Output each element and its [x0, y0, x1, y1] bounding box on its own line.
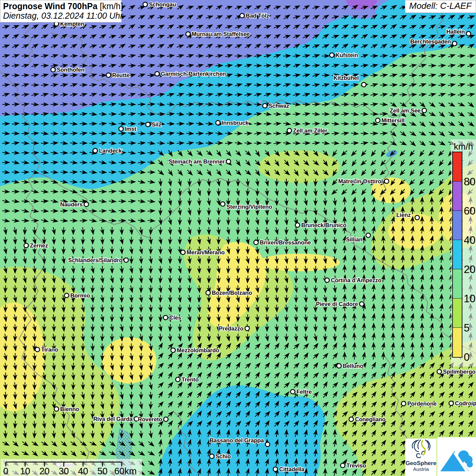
- city-marker-icon: [402, 402, 406, 406]
- color-legend: km/h 806040201050: [451, 139, 476, 367]
- legend-segment-20: [453, 240, 462, 269]
- city-label: Bienno: [60, 406, 79, 412]
- city-marker-icon: [119, 127, 123, 131]
- legend-tick-label: 20: [464, 264, 475, 275]
- city-schlanders-silandro: Schlanders/Silandro: [68, 257, 128, 263]
- city-cles: Cles: [164, 314, 181, 321]
- city-label: Schlanders/Silandro: [68, 257, 122, 263]
- city-marker-icon: [106, 73, 111, 78]
- city-marker-icon: [295, 223, 300, 227]
- city-label: Zell am See: [390, 107, 421, 114]
- legend-unit-label: km/h: [451, 141, 476, 152]
- city-marker-icon: [245, 326, 250, 331]
- city-label: Matrei in Osttirol: [338, 178, 383, 184]
- city-label: Bormio: [70, 292, 90, 299]
- city-marker-icon: [360, 302, 364, 306]
- city-marker-icon: [54, 407, 59, 411]
- city-label: Nauders: [60, 201, 83, 207]
- geosphere-country-name: Austria: [405, 466, 437, 472]
- city-steinach-am-brenner: Steinach am Brenner: [169, 158, 231, 165]
- city-schio: Schio: [210, 453, 231, 459]
- city-marker-icon: [35, 347, 40, 352]
- city-label: Sonthofen: [57, 67, 85, 73]
- city-label: Cortina d'Ampezzo: [331, 277, 381, 283]
- city-tirano: Tirano: [35, 346, 58, 353]
- city-marker-icon: [254, 240, 258, 245]
- city-label: Sillian: [346, 236, 362, 242]
- legend-tick-label: 80: [464, 176, 475, 187]
- city-marker-icon: [164, 417, 168, 422]
- city-matrei-in-osttirol: Matrei in Osttirol: [338, 178, 389, 184]
- legend-segment-5: [453, 299, 462, 328]
- city-reutte: Reutte: [106, 72, 130, 78]
- valid-datetime: Dienstag, 03.12.2024 11:00 Uhr: [3, 11, 118, 20]
- city-label: Schwaz: [269, 103, 289, 109]
- geosphere-logo-icon: [409, 439, 433, 460]
- city-marker-icon: [362, 83, 366, 87]
- city-meran-merano: Meran/Merano: [181, 249, 225, 255]
- city-label: Pordenone: [407, 401, 437, 407]
- title-parameter: Prognose Wind 700hPa: [3, 1, 98, 11]
- map-title: Prognose Wind 700hPa [km/h]: [3, 1, 118, 11]
- legend-tick-label: 10: [464, 293, 475, 304]
- geosphere-logo-tile: GeoSphere Austria: [405, 439, 437, 476]
- city-marker-icon: [176, 377, 180, 382]
- scale-label: 30: [58, 466, 69, 476]
- city-label: Bozen/Bolzano: [212, 290, 252, 296]
- city-label: Lienz: [396, 212, 411, 218]
- map-title-box: Prognose Wind 700hPa [km/h] Dienstag, 03…: [0, 0, 122, 22]
- city-marker-icon: [366, 233, 371, 238]
- city-marker-icon: [325, 278, 329, 283]
- city-label: Bassano del Grappa: [209, 437, 264, 443]
- legend-segment-10: [453, 269, 462, 299]
- city-marker-icon: [146, 122, 150, 127]
- city-marker-icon: [437, 370, 442, 374]
- city-murnau-am-staffelsee: Murnau am Staffelsee: [186, 31, 250, 37]
- city-marker-icon: [84, 202, 89, 207]
- city-label: Reutte: [112, 72, 130, 78]
- city-marker-icon: [181, 250, 185, 255]
- city-marker-icon: [206, 291, 210, 295]
- city-trento: Trento: [176, 376, 199, 382]
- city-label: Schio: [216, 453, 231, 459]
- city-brixen-bressanone: Brixen/Bressanone: [254, 239, 311, 245]
- city-marker-icon: [376, 118, 380, 123]
- city-marker-icon: [216, 121, 220, 125]
- legend-segment-80: [453, 152, 462, 182]
- city-label: Treviso: [346, 462, 366, 469]
- city-cortina-d-ampezzo: Cortina d'Ampezzo: [325, 277, 381, 283]
- city-label: Steinach am Brenner: [169, 158, 225, 165]
- region-wind-0-5: [258, 254, 340, 271]
- city-label: Tirano: [41, 346, 58, 353]
- city-marker-icon: [466, 32, 471, 36]
- city-marker-icon: [341, 463, 345, 468]
- distance-scale-bar: 0102030405060km: [1, 459, 142, 476]
- legend-tick-label: 5: [464, 323, 470, 333]
- city-label: Mittersill: [381, 117, 405, 123]
- city-garmisch-partenkirchen: Garmisch-Partenkirchen: [155, 71, 226, 77]
- city-marker-icon: [330, 53, 334, 57]
- city-marker-icon: [349, 417, 354, 422]
- city-bienno: Bienno: [54, 406, 79, 412]
- city-label: Kitzbühel: [334, 75, 359, 81]
- city-marker-icon: [51, 68, 55, 72]
- legend-segment-60: [453, 182, 462, 211]
- city-label: Brixen/Bressanone: [260, 239, 311, 245]
- city-pieve-di-cadore: Pieve di Cadore: [316, 301, 364, 307]
- city-marker-icon: [415, 216, 420, 220]
- mountain-cloud-icon: [437, 437, 476, 476]
- city-marker-icon: [143, 2, 148, 7]
- city-zell-am-ziller: Zell am Ziller: [287, 128, 328, 134]
- legend-segment-40: [453, 211, 462, 240]
- city-label: Mezzolombardo: [177, 347, 219, 353]
- city-marker-icon: [93, 149, 98, 153]
- city-riva-del-garda: Riva del Garda: [93, 416, 138, 422]
- city-zernez: Zernez: [24, 242, 48, 249]
- city-label: Hallein: [446, 29, 465, 35]
- city-marker-icon: [171, 348, 175, 353]
- scale-label: 10: [20, 466, 30, 476]
- legend-color-bar: [453, 152, 462, 357]
- city-label: Cles: [169, 314, 181, 321]
- weather-map-page: SchongauBad TölzKemptenMurnau am Staffel…: [0, 0, 476, 476]
- city-marker-icon: [24, 243, 29, 248]
